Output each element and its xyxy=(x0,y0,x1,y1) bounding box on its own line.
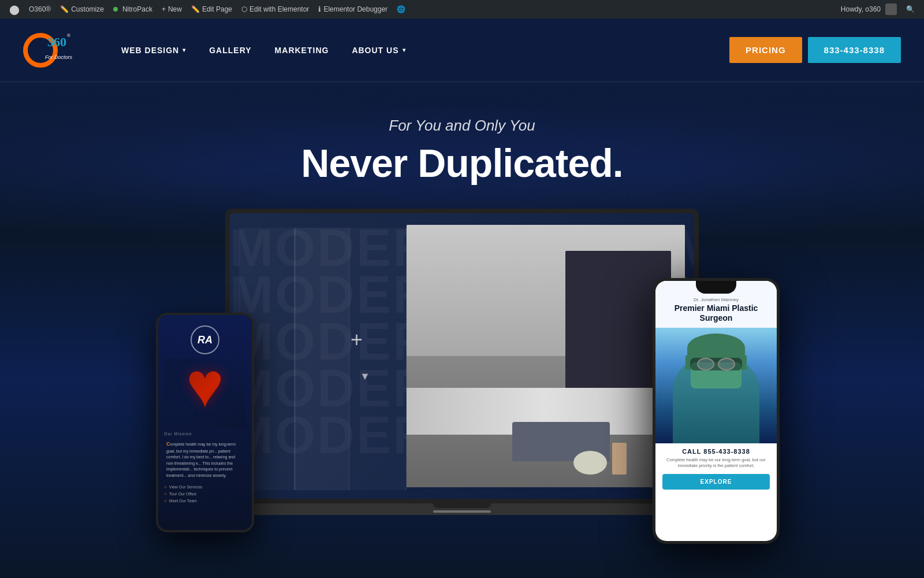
main-nav: WEB DESIGN ▾ GALLERY MARKETING ABOUT US … xyxy=(110,18,729,82)
phone-right-mockup: Dr. Jonathen Maloney Premier Miami Plast… xyxy=(653,278,780,544)
nitropack-btn[interactable]: NitroPack xyxy=(109,0,157,18)
edit-icon: ✏️ xyxy=(191,5,200,13)
phone-left-mission-text: Complete health may be my long-term goal… xyxy=(164,440,246,479)
phone-button[interactable]: 833-433-8338 xyxy=(808,37,901,63)
wp-logo-btn[interactable]: ⬤ xyxy=(5,0,24,18)
site-name-btn[interactable]: O360® xyxy=(24,0,55,18)
doctor-name: Dr. Jonathen Maloney xyxy=(661,297,771,302)
site-header: 360 For Doctors ® WEB DESIGN ▾ GALLERY M… xyxy=(0,18,924,82)
globe-icon: 🌐 xyxy=(397,5,405,13)
elementor-debugger-btn[interactable]: ℹ Elementor Debugger xyxy=(314,0,392,18)
arrow-down-icon: ▼ xyxy=(360,370,370,383)
call-number: CALL 855-433-8338 xyxy=(662,448,770,455)
admin-bar: ⬤ O360® ✏️ Customize NitroPack + web-des… xyxy=(0,0,924,18)
svg-text:For Doctors: For Doctors xyxy=(45,54,73,60)
mission-label: Our Mission xyxy=(164,432,246,436)
pricing-button[interactable]: PRICING xyxy=(729,37,802,63)
call-description: Complete health may be our long-term goa… xyxy=(662,457,770,469)
customize-icon: ✏️ xyxy=(60,5,69,13)
svg-text:®: ® xyxy=(67,33,70,38)
edit-page-btn[interactable]: ✏️ Edit Page xyxy=(187,0,237,18)
chevron-down-icon: ▾ xyxy=(182,47,186,53)
devices-container: MODERNMODERMODERMODERN MODERNMODERMODERM… xyxy=(202,209,722,555)
chevron-down-icon-2: ▾ xyxy=(403,47,406,53)
nav-about-us[interactable]: ABOUT US ▾ xyxy=(340,18,417,82)
search-btn[interactable]: 🔍 xyxy=(901,5,919,13)
phone-left-mockup: RA ♥ Our Mission Complete health may be … xyxy=(156,313,254,532)
link-office[interactable]: Tour Our Office xyxy=(164,491,246,497)
wordpress-icon: ⬤ xyxy=(9,4,20,15)
phone-right-callout: CALL 855-433-8338 Complete health may be… xyxy=(655,443,777,494)
avatar-icon xyxy=(885,3,897,15)
laptop-interior xyxy=(407,225,685,487)
surgeon-image xyxy=(655,328,777,443)
doctor-title: Premier Miami Plastic Surgeon xyxy=(661,303,771,323)
elementor-icon: ⬡ xyxy=(241,5,247,13)
customize-btn[interactable]: ✏️ Customize xyxy=(55,0,109,18)
laptop-left-panel xyxy=(239,228,406,490)
howdy-btn[interactable]: Howdy, o360 xyxy=(836,3,901,15)
greeting-text: Howdy, o360 xyxy=(841,5,881,13)
hero-section: For You and Only You Never Duplicated. M… xyxy=(0,82,924,578)
laptop-screen: MODERNMODERMODERMODERN MODERNMODERMODERM… xyxy=(225,209,699,503)
laptop-base xyxy=(225,503,699,515)
laptop-scrollbar xyxy=(433,510,491,513)
new-btn[interactable]: + web-design New xyxy=(157,0,187,18)
phone-left-heart-area: ♥ xyxy=(164,359,246,428)
logo[interactable]: 360 For Doctors ® xyxy=(23,24,75,76)
hero-subtitle: For You and Only You xyxy=(301,117,623,135)
laptop-mockup: MODERNMODERMODERMODERN MODERNMODERMODERM… xyxy=(225,209,699,532)
plus-icon: + xyxy=(162,5,166,13)
nav-web-design[interactable]: WEB DESIGN ▾ xyxy=(110,18,198,82)
hero-text: For You and Only You Never Duplicated. xyxy=(301,117,623,186)
nav-gallery[interactable]: GALLERY xyxy=(198,18,263,82)
link-services[interactable]: View Our Services xyxy=(164,484,246,490)
edit-elementor-btn[interactable]: ⬡ Edit with Elementor xyxy=(237,0,314,18)
admin-bar-right: Howdy, o360 🔍 xyxy=(836,3,919,15)
phone-left-logo: RA xyxy=(191,325,219,354)
nav-marketing[interactable]: MARKETING xyxy=(263,18,341,82)
svg-text:360: 360 xyxy=(47,35,66,49)
laptop-screen-inner: MODERNMODERMODERMODERN MODERNMODERMODERM… xyxy=(230,213,694,499)
link-team[interactable]: Meet Our Team xyxy=(164,498,246,503)
phone-right-content: Dr. Jonathen Maloney Premier Miami Plast… xyxy=(655,281,777,541)
site-icon-btn[interactable]: 🌐 xyxy=(392,0,410,18)
explore-button[interactable]: EXPLORE xyxy=(662,474,770,490)
site-name-label: O360® xyxy=(29,5,51,13)
phone-left-content: RA ♥ Our Mission Complete health may be … xyxy=(158,315,252,530)
surgeon-figure xyxy=(664,328,768,443)
logo-svg: 360 For Doctors ® xyxy=(23,24,75,76)
search-icon: 🔍 xyxy=(906,5,915,13)
hero-title: Never Duplicated. xyxy=(301,140,623,186)
phone-left-links: View Our Services Tour Our Office Meet O… xyxy=(164,484,246,503)
header-buttons: PRICING 833-433-8338 xyxy=(729,37,901,63)
plus-icon-topleft: + xyxy=(351,328,363,352)
debug-icon: ℹ xyxy=(318,5,321,13)
